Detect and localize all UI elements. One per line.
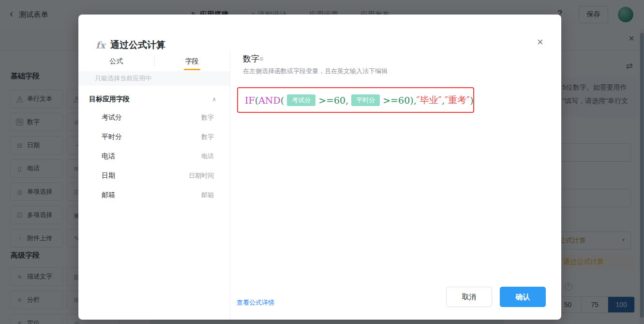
field-token-daily-score[interactable]: 平时分 — [351, 94, 380, 106]
target-app-fields-group[interactable]: 目标应用字段 ∧ — [78, 91, 230, 108]
modal-tabs: 公式 字段 — [78, 52, 230, 71]
field-row-phone[interactable]: 电话 电话 — [78, 147, 230, 166]
field-row-email[interactable]: 邮箱 邮箱 — [78, 185, 230, 205]
scope-note: 只能选择当前应用中 — [78, 71, 230, 86]
tab-formula[interactable]: 公式 — [78, 52, 154, 71]
field-row-date[interactable]: 日期 日期时间 — [78, 166, 230, 185]
formula-paren: ( — [281, 95, 284, 106]
formula-hint: 在左侧选择函数或字段变量，且在英文输入法下编辑 — [243, 67, 388, 76]
equals-sign: = — [259, 55, 264, 63]
confirm-button[interactable]: 确认 — [500, 287, 546, 307]
formula-keyword: AND — [258, 95, 281, 106]
tab-fields[interactable]: 字段 — [154, 52, 230, 71]
formula-modal: fx 通过公式计算 × 公式 字段 只能选择当前应用中 目标应用字段 ∧ 考试分… — [78, 15, 561, 320]
formula-keyword: IF — [245, 95, 255, 106]
chevron-up-icon[interactable]: ∧ — [212, 96, 216, 103]
formula-paren: ( — [255, 95, 258, 106]
fx-icon: fx — [96, 40, 105, 50]
field-row-exam-score[interactable]: 考试分 数字 — [78, 108, 230, 127]
modal-close-icon[interactable]: × — [537, 36, 543, 48]
group-label: 目标应用字段 — [89, 95, 212, 104]
formula-editor[interactable]: IF ( AND ( 考试分 >=60, 平时分 >=60), ″毕业″ , ″… — [237, 87, 474, 113]
result-type-label: 数字= — [243, 53, 264, 64]
formula-operator: >=60), — [383, 95, 416, 106]
cancel-button[interactable]: 取消 — [446, 287, 492, 307]
field-row-daily-score[interactable]: 平时分 数字 — [78, 127, 230, 147]
formula-paren: ) — [470, 95, 473, 106]
formula-string: ″重考″ — [445, 94, 470, 107]
field-token-exam-score[interactable]: 考试分 — [287, 94, 315, 106]
formula-operator: >=60, — [318, 95, 348, 106]
modal-title: 通过公式计算 — [110, 39, 165, 51]
formula-detail-link[interactable]: 查看公式详情 — [237, 298, 274, 307]
formula-string: ″毕业″ — [417, 94, 442, 107]
modal-sidebar: 公式 字段 只能选择当前应用中 目标应用字段 ∧ 考试分 数字 平时分 数字 电… — [78, 52, 230, 320]
